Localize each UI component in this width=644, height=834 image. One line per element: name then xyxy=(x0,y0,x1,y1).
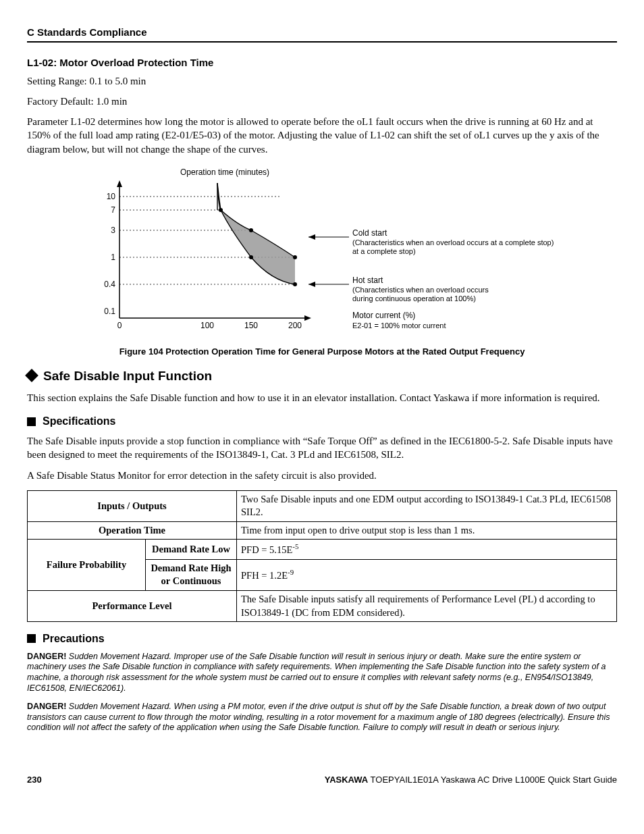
x-axis-title: Motor current (%) xyxy=(352,311,415,320)
specifications-heading: Specifications xyxy=(27,414,617,429)
figure-caption: Figure 104 Protection Operation Time for… xyxy=(27,346,617,358)
ytick: 0.4 xyxy=(104,280,115,289)
danger-1-label: DANGER! xyxy=(27,652,66,661)
cold-start-label: Cold start xyxy=(352,228,387,238)
page-header: C Standards Compliance xyxy=(27,26,617,43)
failure-prob-label: Failure Probability xyxy=(28,540,146,591)
safe-disable-intro: This section explains the Safe Disable f… xyxy=(27,391,617,405)
footer-doc: TOEPYAIL1E01A Yaskawa AC Drive L1000E Qu… xyxy=(368,775,617,785)
param-description: Parameter L1-02 determines how long the … xyxy=(27,115,617,156)
performance-level-value: The Safe Disable inputs satisfy all requ… xyxy=(237,590,617,621)
danger-2: DANGER! Sudden Movement Hazard. When usi… xyxy=(27,702,617,733)
square-icon xyxy=(27,634,36,643)
hot-start-note2: during continuous operation at 100%) xyxy=(352,294,476,303)
danger-2-label: DANGER! xyxy=(27,702,66,711)
pfd-prefix: PFD = 5.15E xyxy=(241,544,292,555)
ytick: 10 xyxy=(107,192,116,201)
svg-marker-16 xyxy=(308,234,315,240)
chart-svg: Operation time (minutes) 10 7 3 1 0.4 0.… xyxy=(86,163,558,338)
svg-marker-18 xyxy=(308,282,315,287)
cold-start-note: (Characteristics when an overload occurs… xyxy=(352,238,554,246)
demand-high-value: PFH = 1.2E-9 xyxy=(237,559,617,590)
factory-default-text: Factory Default: 1.0 min xyxy=(27,95,617,108)
operation-time-value: Time from input open to drive output sto… xyxy=(237,521,617,540)
page-footer: 230 YASKAWA TOEPYAIL1E01A Yaskawa AC Dri… xyxy=(27,774,617,786)
precautions-title: Precautions xyxy=(43,631,105,646)
pfh-exp: -9 xyxy=(288,568,294,576)
demand-low-value: PFD = 5.15E-5 xyxy=(237,540,617,559)
y-axis-title: Operation time (minutes) xyxy=(180,167,269,177)
setting-range-text: Setting Range: 0.1 to 5.0 min xyxy=(27,74,617,88)
svg-point-13 xyxy=(249,255,253,259)
svg-point-10 xyxy=(219,208,223,212)
performance-level-label: Performance Level xyxy=(28,590,237,621)
demand-low-label: Demand Rate Low xyxy=(146,540,237,559)
ytick: 3 xyxy=(111,226,115,235)
xtick: 0 xyxy=(117,321,122,330)
pfd-exp: -5 xyxy=(292,542,298,550)
square-icon xyxy=(27,417,36,426)
danger-1: DANGER! Sudden Movement Hazard. Improper… xyxy=(27,652,617,694)
section-label: C Standards Compliance xyxy=(27,26,147,38)
hot-start-note1: (Characteristics when an overload occurs xyxy=(352,286,489,294)
danger-1-text: Sudden Movement Hazard. Improper use of … xyxy=(27,652,606,693)
xtick: 150 xyxy=(244,321,258,330)
safe-disable-title: Safe Disable Input Function xyxy=(43,367,212,385)
svg-marker-3 xyxy=(304,315,311,321)
ytick: 0.1 xyxy=(104,307,115,316)
ytick: 7 xyxy=(111,205,115,215)
hot-start-label: Hot start xyxy=(352,276,383,285)
pfh-prefix: PFH = 1.2E xyxy=(241,570,288,581)
specifications-title: Specifications xyxy=(43,414,115,429)
precautions-heading: Precautions xyxy=(27,631,617,646)
inputs-outputs-label: Inputs / Outputs xyxy=(28,490,237,521)
specifications-table: Inputs / Outputs Two Safe Disable inputs… xyxy=(27,490,617,622)
svg-point-11 xyxy=(249,228,253,232)
inputs-outputs-value: Two Safe Disable inputs and one EDM outp… xyxy=(237,490,617,521)
danger-2-text: Sudden Movement Hazard. When using a PM … xyxy=(27,702,610,732)
page-number: 230 xyxy=(27,774,42,786)
svg-point-14 xyxy=(293,282,297,286)
param-heading: L1-02: Motor Overload Protection Time xyxy=(27,56,617,70)
safe-disable-heading: Safe Disable Input Function xyxy=(27,367,617,385)
xtick: 100 xyxy=(200,321,214,330)
demand-high-label: Demand Rate High or Continuous xyxy=(146,559,237,590)
footer-right: YASKAWA TOEPYAIL1E01A Yaskawa AC Drive L… xyxy=(325,774,617,786)
svg-marker-2 xyxy=(117,180,122,187)
spec-intro-2: A Safe Disable Status Monitor for error … xyxy=(27,469,617,482)
svg-point-12 xyxy=(293,255,297,259)
spec-intro-1: The Safe Disable inputs provide a stop f… xyxy=(27,434,617,462)
cold-start-note2: at a complete stop) xyxy=(352,247,416,255)
ytick: 1 xyxy=(111,253,115,262)
diamond-icon xyxy=(25,369,38,382)
footer-brand: YASKAWA xyxy=(325,775,369,785)
figure-104: Operation time (minutes) 10 7 3 1 0.4 0.… xyxy=(27,163,617,358)
x-axis-note: E2-01 = 100% motor current xyxy=(352,321,446,330)
xtick: 200 xyxy=(288,321,302,330)
operation-time-label: Operation Time xyxy=(28,521,237,540)
